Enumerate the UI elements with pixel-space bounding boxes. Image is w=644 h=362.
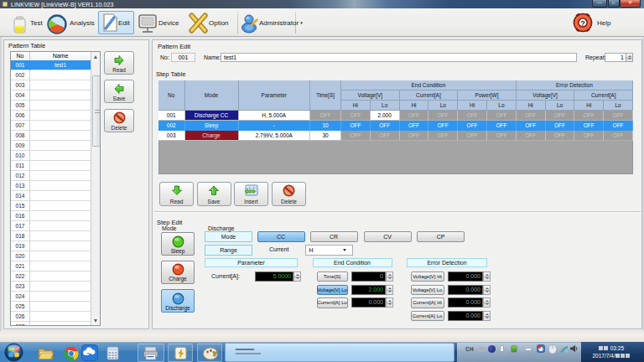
svg-text:?: ?: [580, 19, 585, 28]
